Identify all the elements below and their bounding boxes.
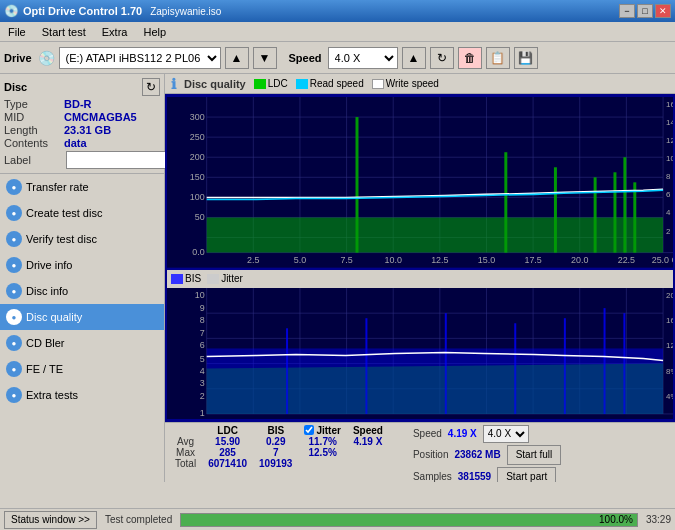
speed-select[interactable]: 4.0 X xyxy=(328,47,398,69)
svg-text:8 X: 8 X xyxy=(666,172,673,181)
progress-bar-container: 100.0% xyxy=(180,513,638,527)
svg-text:7.5: 7.5 xyxy=(340,255,352,265)
svg-text:9: 9 xyxy=(200,303,205,313)
menu-extra[interactable]: Extra xyxy=(94,24,136,40)
stats-row-total-label: Total xyxy=(169,458,202,469)
svg-text:25.0 GB: 25.0 GB xyxy=(652,255,673,265)
sidebar-item-fe-te[interactable]: ● FE / TE xyxy=(0,356,164,382)
svg-text:17.5: 17.5 xyxy=(524,255,541,265)
svg-rect-48 xyxy=(554,167,557,252)
legend-ldc: LDC xyxy=(254,78,288,89)
svg-text:200: 200 xyxy=(190,152,205,162)
sidebar-item-create-test-disc[interactable]: ● Create test disc xyxy=(0,200,164,226)
app-title: Opti Drive Control 1.70 xyxy=(23,5,142,17)
sidebar-item-disc-quality[interactable]: ● Disc quality xyxy=(0,304,164,330)
refresh-button[interactable]: ↻ xyxy=(430,47,454,69)
svg-text:6: 6 xyxy=(200,340,205,350)
drive-label: Drive xyxy=(4,52,32,64)
svg-text:7: 7 xyxy=(200,328,205,338)
svg-text:4 X: 4 X xyxy=(666,208,673,217)
save-button[interactable]: 💾 xyxy=(514,47,538,69)
titlebar-title: 💿 Opti Drive Control 1.70 Zapisywanie.is… xyxy=(4,4,221,18)
stats-total-speed xyxy=(347,458,389,469)
svg-rect-100 xyxy=(514,323,516,414)
menu-help[interactable]: Help xyxy=(135,24,174,40)
svg-rect-97 xyxy=(286,328,288,414)
svg-text:20.0: 20.0 xyxy=(572,417,588,419)
stats-header-speed: Speed xyxy=(347,425,389,436)
erase-button[interactable]: 🗑 xyxy=(458,47,482,69)
stats-max-ldc: 285 xyxy=(202,447,253,458)
start-full-button[interactable]: Start full xyxy=(507,445,562,465)
svg-text:20.0: 20.0 xyxy=(571,255,588,265)
sidebar-item-extra-tests[interactable]: ● Extra tests xyxy=(0,382,164,408)
stats-row-max-label: Max xyxy=(169,447,202,458)
svg-rect-101 xyxy=(564,318,566,414)
stats-samples-row: Samples 381559 Start part xyxy=(413,467,561,482)
disc-length-value: 23.31 GB xyxy=(64,124,111,136)
legend-write-speed-color xyxy=(372,79,384,89)
sidebar: Disc ↻ Type BD-R MID CMCMAGBA5 Length 23… xyxy=(0,74,165,482)
sidebar-label-extra-tests: Extra tests xyxy=(26,389,78,401)
drive-up-button[interactable]: ▲ xyxy=(225,47,249,69)
legend-jitter-color xyxy=(207,274,219,284)
disc-info-icon: ● xyxy=(6,283,22,299)
legend-bis-color xyxy=(171,274,183,284)
progress-text: 100.0% xyxy=(599,514,633,526)
svg-text:12.5: 12.5 xyxy=(431,255,448,265)
status-window-button[interactable]: Status window >> xyxy=(4,511,97,529)
start-part-button[interactable]: Start part xyxy=(497,467,556,482)
bottom-chart: BIS Jitter xyxy=(167,270,673,419)
svg-text:6 X: 6 X xyxy=(666,190,673,199)
disc-label-label: Label xyxy=(4,154,64,166)
svg-text:16%: 16% xyxy=(666,316,673,325)
disc-label-input[interactable] xyxy=(66,151,166,169)
legend-bis: BIS xyxy=(171,273,201,284)
svg-text:22.5: 22.5 xyxy=(619,417,635,419)
sidebar-item-disc-info[interactable]: ● Disc info xyxy=(0,278,164,304)
svg-text:12%: 12% xyxy=(666,341,673,350)
titlebar: 💿 Opti Drive Control 1.70 Zapisywanie.is… xyxy=(0,0,675,22)
drive-select[interactable]: (E:) ATAPI iHBS112 2 PL06 xyxy=(59,47,221,69)
svg-text:250: 250 xyxy=(190,132,205,142)
jitter-checkbox[interactable] xyxy=(304,425,314,435)
create-test-disc-icon: ● xyxy=(6,205,22,221)
sidebar-item-transfer-rate[interactable]: ● Transfer rate xyxy=(0,174,164,200)
sidebar-item-drive-info[interactable]: ● Drive info xyxy=(0,252,164,278)
chart-icon: ℹ xyxy=(171,76,176,92)
app-subtitle: Zapisywanie.iso xyxy=(150,6,221,17)
sidebar-item-verify-test-disc[interactable]: ● Verify test disc xyxy=(0,226,164,252)
disc-mid-label: MID xyxy=(4,111,64,123)
speed-up-button[interactable]: ▲ xyxy=(402,47,426,69)
legend-bis-label: BIS xyxy=(185,273,201,284)
menu-file[interactable]: File xyxy=(0,24,34,40)
disc-section-title: Disc xyxy=(4,81,27,93)
sidebar-label-verify-test-disc: Verify test disc xyxy=(26,233,97,245)
svg-rect-103 xyxy=(623,313,625,414)
maximize-button[interactable]: □ xyxy=(637,4,653,18)
stats-avg-bis: 0.29 xyxy=(253,436,298,447)
stats-speed-label: Speed xyxy=(413,428,442,439)
minimize-button[interactable]: − xyxy=(619,4,635,18)
stats-speed-select[interactable]: 4.0 X xyxy=(483,425,529,443)
toolbar: Drive 💿 (E:) ATAPI iHBS112 2 PL06 ▲ ▼ Sp… xyxy=(0,42,675,74)
drive-down-button[interactable]: ▼ xyxy=(253,47,277,69)
top-chart-svg: 300 250 200 150 100 50 0.0 2.5 5.0 7.5 1… xyxy=(167,97,673,268)
copy-button[interactable]: 📋 xyxy=(486,47,510,69)
stats-samples-label: Samples xyxy=(413,471,452,482)
cd-bler-icon: ● xyxy=(6,335,22,351)
disc-refresh-button[interactable]: ↻ xyxy=(142,78,160,96)
stats-table: LDC BIS Jitter Speed Avg xyxy=(169,425,389,469)
disc-type-label: Type xyxy=(4,98,64,110)
svg-text:12 X: 12 X xyxy=(666,136,673,145)
main-area: Disc ↻ Type BD-R MID CMCMAGBA5 Length 23… xyxy=(0,74,675,482)
sidebar-label-transfer-rate: Transfer rate xyxy=(26,181,89,193)
close-button[interactable]: ✕ xyxy=(655,4,671,18)
stats-jitter-label: Jitter xyxy=(316,425,340,436)
svg-rect-98 xyxy=(365,318,367,414)
sidebar-label-drive-info: Drive info xyxy=(26,259,72,271)
svg-text:2 X: 2 X xyxy=(666,226,673,235)
sidebar-item-cd-bler[interactable]: ● CD Bler xyxy=(0,330,164,356)
menu-start-test[interactable]: Start test xyxy=(34,24,94,40)
svg-text:2.5: 2.5 xyxy=(248,417,260,419)
